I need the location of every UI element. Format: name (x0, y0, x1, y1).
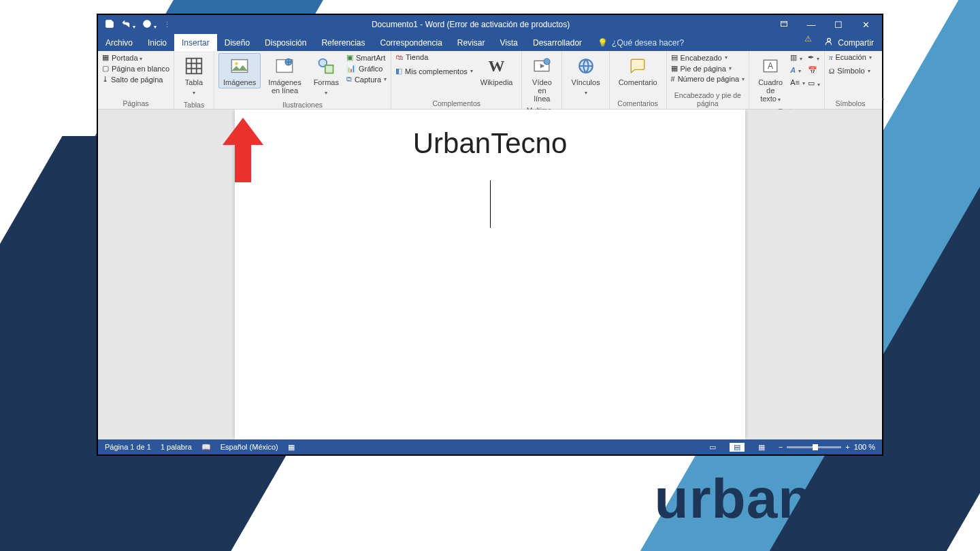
cuadro-texto-button[interactable]: A Cuadro de texto (753, 53, 787, 106)
tab-referencias[interactable]: Referencias (314, 34, 372, 51)
symbol-icon: Ω (829, 67, 834, 75)
redo-icon[interactable]: ▾ (142, 19, 157, 30)
comentario-button[interactable]: Comentario (614, 53, 662, 88)
wordart-icon: A (790, 66, 796, 74)
object-button[interactable]: ▭ (808, 79, 820, 88)
pie-label: Pie de página (681, 65, 726, 73)
group-caption-vinculos (566, 99, 604, 110)
tienda-button[interactable]: 🛍Tienda (395, 53, 473, 61)
tab-inicio[interactable]: Inicio (140, 34, 174, 51)
salto-pagina-button[interactable]: ⤓Salto de página (102, 75, 169, 84)
numero-pagina-button[interactable]: #Número de página (671, 75, 745, 83)
group-caption-encabezado: Encabezado y pie de página (671, 90, 745, 109)
quick-parts-button[interactable]: ▥ (790, 53, 805, 62)
group-complementos: 🛍Tienda ◧Mis complementos W Wikipedia Co… (391, 51, 522, 109)
maximize-button[interactable]: ☐ (825, 20, 852, 30)
wordart-button[interactable]: A (790, 66, 805, 74)
pie-pagina-button[interactable]: ▦Pie de página (671, 64, 745, 73)
zoom-out-button[interactable]: − (779, 443, 783, 451)
page[interactable]: UrbanTecno (235, 110, 745, 439)
drop-cap-button[interactable]: A≡ (790, 78, 805, 86)
save-icon[interactable] (105, 19, 114, 30)
word-count[interactable]: 1 palabra (161, 443, 192, 451)
tab-correspondencia[interactable]: Correspondencia (372, 34, 449, 51)
comentario-label: Comentario (619, 78, 657, 86)
header-icon: ▤ (671, 53, 678, 62)
svg-point-5 (235, 62, 238, 65)
portada-button[interactable]: ▦Portada (102, 53, 169, 62)
print-layout-button[interactable]: ▤ (730, 443, 745, 452)
imagenes-button[interactable]: Imágenes (218, 53, 261, 88)
footer-icon: ▦ (671, 64, 678, 73)
blank-page-icon: ▢ (102, 64, 109, 73)
video-en-linea-button[interactable]: Vídeo en línea (526, 53, 557, 105)
group-vinculos: Vínculos (562, 51, 609, 109)
tab-revisar[interactable]: Revisar (450, 34, 493, 51)
online-video-icon (531, 55, 553, 77)
brand-light: tecno (813, 467, 953, 529)
read-mode-button[interactable]: ▭ (705, 443, 720, 452)
simbolo-button[interactable]: ΩSímbolo (829, 67, 872, 75)
tell-me-placeholder: ¿Qué desea hacer? (612, 38, 684, 48)
imagenes-en-linea-button[interactable]: Imágenes en línea (263, 53, 306, 97)
mis-complementos-button[interactable]: ◧Mis complementos (395, 67, 473, 76)
captura-button[interactable]: ⧉Captura (346, 75, 387, 84)
minimize-button[interactable]: — (798, 20, 825, 30)
web-layout-button[interactable]: ▦ (754, 443, 769, 452)
macro-icon[interactable]: ▦ (288, 443, 295, 452)
group-caption-ilustraciones: Ilustraciones (218, 99, 387, 110)
salto-label: Salto de página (111, 76, 163, 84)
tab-insertar[interactable]: Insertar (174, 34, 217, 51)
signature-button[interactable]: ✒ (808, 53, 820, 62)
tabla-button[interactable]: Tabla (178, 53, 210, 99)
portada-label: Portada (112, 54, 142, 62)
page-break-icon: ⤓ (102, 75, 108, 84)
zoom-slider[interactable] (787, 446, 841, 448)
close-button[interactable]: ✕ (852, 20, 879, 30)
ecuacion-label: Ecuación (836, 53, 866, 61)
warning-icon[interactable]: ⚠ (804, 34, 816, 51)
svg-rect-3 (186, 59, 202, 74)
share-button[interactable]: Compartir (816, 34, 882, 51)
datetime-button[interactable]: 📅 (808, 66, 820, 75)
spellcheck-icon[interactable]: 📖 (201, 443, 211, 452)
brand-logo: urbantecno (655, 467, 953, 531)
tell-me-search[interactable]: 💡 ¿Qué desea hacer? (589, 34, 804, 51)
date-icon: 📅 (808, 66, 817, 75)
window-title: Documento1 - Word (Error de activación d… (171, 20, 770, 29)
document-area[interactable]: UrbanTecno (98, 110, 882, 439)
language-indicator[interactable]: Español (México) (220, 443, 278, 451)
formas-button[interactable]: Formas (309, 53, 344, 99)
qat-customize[interactable]: ⋮ (163, 20, 171, 29)
tab-desarrollador[interactable]: Desarrollador (525, 34, 589, 51)
ecuacion-button[interactable]: πEcuación (829, 53, 872, 61)
video-label: Vídeo en línea (531, 78, 553, 103)
tab-diseno[interactable]: Diseño (217, 34, 257, 51)
tab-vista[interactable]: Vista (493, 34, 525, 51)
page-indicator[interactable]: Página 1 de 1 (105, 443, 151, 451)
wikipedia-button[interactable]: W Wikipedia (476, 53, 518, 88)
shapes-icon (315, 55, 337, 77)
pagina-blanco-button[interactable]: ▢Página en blanco (102, 64, 169, 73)
tab-archivo[interactable]: Archivo (98, 34, 140, 51)
smartart-label: SmartArt (356, 54, 385, 62)
cover-page-icon: ▦ (102, 53, 109, 62)
window-controls: — ☐ ✕ (770, 20, 879, 30)
grafico-button[interactable]: 📊Gráfico (346, 64, 387, 73)
smartart-button[interactable]: ▣SmartArt (346, 53, 387, 62)
zoom-control[interactable]: − + 100 % (779, 443, 875, 451)
comment-icon (627, 55, 649, 77)
ribbon-display-options[interactable] (770, 20, 798, 30)
zoom-in-button[interactable]: + (845, 443, 849, 451)
zoom-value[interactable]: 100 % (854, 443, 875, 451)
links-icon (575, 55, 597, 77)
svg-rect-1 (781, 21, 787, 26)
simbolo-label: Símbolo (837, 67, 864, 75)
encabezado-button[interactable]: ▤Encabezado (671, 53, 745, 62)
undo-icon[interactable]: ▾ (121, 19, 135, 30)
addins-icon: ◧ (395, 67, 402, 76)
vinculos-button[interactable]: Vínculos (566, 53, 604, 99)
tab-disposicion[interactable]: Disposición (257, 34, 314, 51)
collapse-ribbon-button[interactable]: ˄ (876, 95, 891, 109)
group-texto: A Cuadro de texto ▥ A A≡ ✒ 📅 ▭ Texto (749, 51, 825, 109)
